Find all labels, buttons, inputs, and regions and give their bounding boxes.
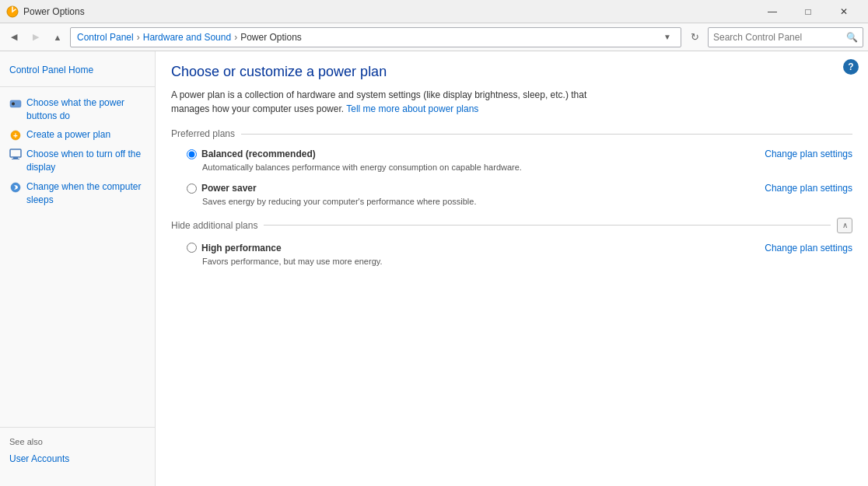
plan-desc-high-performance: Favors performance, but may use more ene…	[202, 256, 852, 267]
minimize-button[interactable]: —	[754, 0, 790, 23]
sidebar-item-power-buttons[interactable]: Choose what the power buttons do	[0, 93, 155, 126]
create-plan-label: Create a power plan	[26, 128, 110, 142]
plan-name-power-saver: Power saver	[201, 183, 765, 194]
up-button[interactable]: ▲	[48, 28, 67, 47]
breadcrumb: Control Panel › Hardware and Sound › Pow…	[70, 27, 681, 47]
close-button[interactable]: ✕	[826, 0, 862, 23]
window-title: Power Options	[23, 6, 754, 17]
plan-item-power-saver: Power saver Change plan settings Saves e…	[187, 183, 852, 208]
plan-desc-power-saver: Saves energy by reducing your computer's…	[202, 196, 852, 208]
turn-off-display-label: Choose when to turn off the display	[26, 148, 145, 174]
svg-rect-6	[13, 157, 18, 159]
home-link-text: Control Panel Home	[9, 64, 93, 77]
change-plan-power-saver[interactable]: Change plan settings	[765, 183, 852, 194]
tell-me-link[interactable]: Tell me more about power plans	[346, 103, 478, 114]
display-icon	[9, 149, 22, 161]
sidebar-item-user-accounts[interactable]: User Accounts	[9, 451, 145, 467]
sidebar-item-create-plan[interactable]: + Create a power plan	[0, 125, 155, 145]
change-plan-balanced[interactable]: Change plan settings	[765, 149, 852, 159]
sleep-icon	[9, 181, 22, 194]
main-layout: Control Panel Home Choose what the power…	[0, 51, 868, 486]
preferred-plans-header: Preferred plans	[171, 128, 852, 139]
plan-item-balanced: Balanced (recommended) Change plan setti…	[187, 149, 852, 173]
back-button[interactable]: ◀	[5, 28, 23, 47]
see-also-title: See also	[9, 437, 145, 446]
breadcrumb-control-panel[interactable]: Control Panel	[77, 32, 134, 43]
sidebar-home-link[interactable]: Control Panel Home	[0, 61, 155, 80]
content-area: ? Choose or customize a power plan A pow…	[156, 51, 868, 486]
plan-desc-balanced: Automatically balances performance with …	[202, 162, 852, 173]
create-plan-icon: +	[9, 129, 22, 142]
see-also-section: See also User Accounts	[0, 427, 155, 477]
change-plan-high-performance[interactable]: Change plan settings	[765, 243, 852, 253]
address-bar: ◀ ▶ ▲ Control Panel › Hardware and Sound…	[0, 23, 868, 51]
preferred-plans-label: Preferred plans	[171, 128, 235, 139]
search-box: 🔍	[708, 27, 863, 47]
plan-name-balanced: Balanced (recommended)	[201, 149, 765, 159]
refresh-button[interactable]: ↻	[684, 27, 705, 47]
power-buttons-icon	[9, 97, 22, 110]
search-input[interactable]	[713, 32, 846, 43]
plan-row-high-performance: High performance Change plan settings	[187, 243, 852, 253]
app-icon	[6, 5, 19, 18]
sidebar: Control Panel Home Choose what the power…	[0, 51, 156, 486]
page-title: Choose or customize a power plan	[171, 64, 852, 80]
sidebar-item-turn-off-display[interactable]: Choose when to turn off the display	[0, 145, 155, 177]
section-divider-2	[264, 225, 831, 226]
plan-name-high-performance: High performance	[201, 243, 765, 253]
help-button[interactable]: ?	[843, 59, 859, 75]
breadcrumb-hardware-sound[interactable]: Hardware and Sound	[143, 32, 231, 43]
hide-additional-plans-toggle[interactable]: ∧	[837, 218, 852, 233]
change-sleep-label: Change when the computer sleeps	[26, 180, 145, 207]
plan-radio-power-saver[interactable]	[187, 184, 197, 194]
title-bar: Power Options — □ ✕	[0, 0, 868, 23]
plan-item-high-performance: High performance Change plan settings Fa…	[187, 243, 852, 267]
maximize-button[interactable]: □	[790, 0, 826, 23]
user-accounts-label: User Accounts	[9, 453, 69, 466]
svg-point-2	[12, 102, 15, 105]
forward-button[interactable]: ▶	[26, 28, 45, 47]
breadcrumb-dropdown-button[interactable]: ▼	[660, 33, 674, 41]
search-icon: 🔍	[846, 32, 858, 43]
page-description: A power plan is a collection of hardware…	[171, 88, 622, 116]
power-buttons-label: Choose what the power buttons do	[26, 96, 145, 123]
svg-text:+: +	[13, 131, 18, 140]
breadcrumb-power-options: Power Options	[240, 32, 302, 43]
plan-row-power-saver: Power saver Change plan settings	[187, 183, 852, 194]
plan-radio-high-performance[interactable]	[187, 243, 197, 253]
additional-plans-label: Hide additional plans	[171, 220, 257, 231]
plan-row-balanced: Balanced (recommended) Change plan setti…	[187, 149, 852, 159]
svg-rect-7	[12, 159, 19, 159]
sidebar-item-change-sleep[interactable]: Change when the computer sleeps	[0, 177, 155, 210]
additional-plans-header: Hide additional plans ∧	[171, 218, 852, 233]
plan-radio-balanced[interactable]	[187, 149, 197, 159]
section-divider	[241, 134, 852, 135]
window-controls: — □ ✕	[754, 0, 862, 23]
svg-rect-5	[10, 149, 21, 157]
